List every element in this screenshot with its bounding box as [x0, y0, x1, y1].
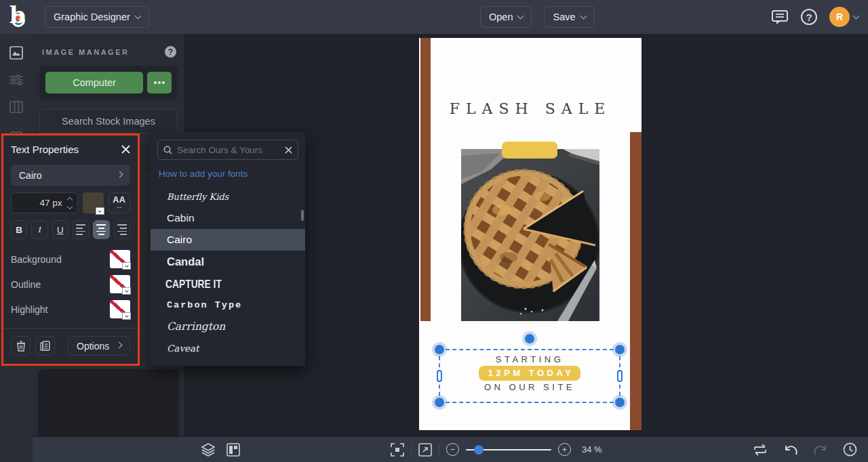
open-button-label: Open [489, 12, 513, 22]
font-option-cabin[interactable]: Cabin [151, 207, 305, 229]
pie-photo[interactable] [461, 149, 599, 321]
underline-button[interactable]: U [52, 220, 68, 239]
poster-left-bar[interactable] [420, 38, 431, 321]
italic-button[interactable]: I [31, 220, 47, 239]
selected-text-block[interactable]: STARTING 12PM TODAY ON OUR SITE [440, 354, 619, 392]
delete-text-button[interactable] [11, 336, 31, 356]
history-button[interactable] [843, 442, 857, 457]
undo-icon [783, 444, 798, 456]
font-search-input[interactable] [177, 145, 280, 155]
search-icon [163, 146, 172, 154]
ellipsis-icon [154, 81, 157, 84]
background-label: Background [11, 254, 62, 265]
zoom-slider[interactable] [466, 449, 551, 450]
redo-icon [813, 444, 828, 456]
rotate-handle[interactable] [525, 334, 534, 343]
letter-spacing-button[interactable]: AA ↔ [108, 192, 130, 213]
align-center-button[interactable] [93, 220, 109, 239]
layout-manager-button[interactable] [226, 443, 240, 457]
outline-label: Outline [11, 279, 41, 290]
bold-button[interactable]: B [11, 220, 27, 239]
chevron-down-icon [580, 13, 587, 20]
history-clock-icon [843, 442, 857, 457]
outline-color-swatch[interactable] [110, 275, 130, 293]
befunky-logo[interactable]: b [7, 5, 30, 28]
sidebar-item-image-manager[interactable] [0, 39, 33, 66]
zoom-in-button[interactable]: + [558, 443, 571, 456]
sidebar-item-templates[interactable] [0, 93, 33, 121]
color-dropdown-icon [122, 312, 131, 320]
comment-icon [771, 9, 789, 25]
compare-button[interactable] [752, 444, 768, 456]
resize-handle-top-left[interactable] [435, 345, 444, 354]
open-external-icon [418, 443, 432, 457]
fit-to-screen-button[interactable] [391, 443, 404, 457]
font-size-stepper[interactable] [65, 198, 77, 209]
undo-button[interactable] [783, 444, 798, 456]
align-center-icon [96, 224, 106, 234]
open-button[interactable]: Open [480, 6, 532, 28]
stretch-handle-right[interactable] [617, 370, 623, 382]
stepper-up-icon [67, 196, 73, 202]
poster-headline[interactable]: FLASH SALE [419, 100, 642, 117]
align-right-button[interactable] [114, 220, 130, 239]
clear-search-icon[interactable] [285, 146, 292, 154]
fullscreen-button[interactable] [418, 443, 432, 457]
resize-handle-bottom-right[interactable] [615, 398, 625, 407]
zoom-percentage: 34 % [582, 444, 602, 455]
poster-yellow-tag[interactable] [502, 142, 557, 159]
save-button[interactable]: Save [544, 6, 594, 28]
chevron-down-icon [517, 13, 524, 20]
font-option-cairo[interactable]: Cairo [151, 229, 305, 251]
compare-arrows-icon [752, 444, 768, 456]
add-fonts-link[interactable]: How to add your fonts [159, 169, 297, 179]
font-option-caveat[interactable]: Caveat [151, 337, 305, 359]
redo-button[interactable] [813, 444, 828, 456]
help-icon: ? [801, 9, 817, 25]
background-color-swatch[interactable] [110, 250, 130, 268]
poster-right-bar[interactable] [630, 132, 642, 430]
duplicate-icon [40, 341, 50, 352]
stretch-handle-left[interactable] [437, 370, 442, 382]
feedback-button[interactable] [771, 9, 789, 25]
layers-button[interactable] [201, 443, 216, 457]
search-stock-images-button[interactable]: Search Stock Images [39, 109, 178, 133]
computer-upload-button[interactable]: Computer [45, 72, 143, 93]
font-option-candal[interactable]: Candal [151, 251, 305, 272]
help-button[interactable]: ? [801, 9, 817, 25]
text-color-swatch[interactable] [83, 192, 104, 213]
design-canvas[interactable]: FLASH SALE [419, 38, 642, 430]
highlight-color-swatch[interactable] [110, 300, 130, 318]
account-menu[interactable]: R [829, 7, 859, 27]
font-family-selector[interactable]: Cairo [11, 165, 130, 186]
layout-icon [226, 443, 240, 457]
text-selection-box[interactable]: STARTING 12PM TODAY ON OUR SITE [439, 349, 620, 403]
scrollbar-thumb[interactable] [301, 210, 304, 221]
zoom-slider-thumb[interactable] [474, 445, 484, 455]
zoom-out-button[interactable]: − [446, 443, 459, 456]
horizontal-arrow-icon: ↔ [116, 203, 123, 210]
fit-screen-icon [391, 443, 404, 457]
font-option-carbon-type[interactable]: Carbon Type [151, 294, 305, 316]
resize-handle-top-right[interactable] [615, 345, 625, 354]
align-left-button[interactable] [73, 220, 89, 239]
font-family-value: Cairo [19, 170, 41, 181]
font-search-box[interactable] [157, 140, 298, 160]
resize-handle-bottom-left[interactable] [435, 398, 444, 407]
font-size-input[interactable]: 47 px [11, 192, 78, 213]
options-button[interactable]: Options [68, 336, 130, 356]
font-option-capture-it[interactable]: CAPTURE IT [151, 271, 293, 295]
image-manager-help-icon[interactable]: ? [165, 46, 176, 58]
font-option-carrington[interactable]: Carrington [151, 316, 305, 337]
font-size-value: 47 px [12, 198, 65, 208]
color-dropdown-icon [122, 262, 131, 270]
font-option-butterfly-kids[interactable]: Butterfly Kids [151, 186, 305, 207]
bottom-bar: − + 34 % [33, 436, 868, 462]
duplicate-text-button[interactable] [35, 336, 55, 356]
color-dropdown-icon [96, 207, 104, 215]
close-panel-button[interactable] [121, 145, 130, 154]
sidebar-item-edit[interactable] [0, 66, 33, 93]
more-sources-button[interactable] [147, 72, 172, 93]
close-icon [121, 145, 130, 154]
mode-selector-button[interactable]: Graphic Designer [45, 6, 149, 28]
